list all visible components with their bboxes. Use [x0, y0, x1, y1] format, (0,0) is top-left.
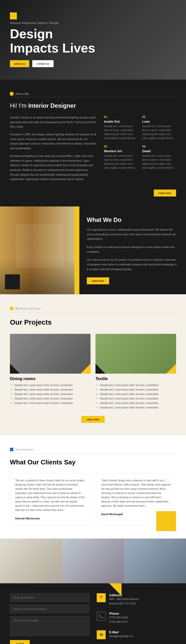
testimonials-label-wrapper: Testimonials: [10, 448, 176, 451]
project-yellow-triangle-1: [166, 364, 176, 374]
project-image-1: [95, 334, 176, 374]
project-list-item: Sample text. Lorem ipsum dolor sit amet,…: [100, 388, 176, 392]
about-right-column: 01 Inside Out Sample text. Lorem ipsum d…: [104, 115, 176, 184]
wwd-yellow-bar: [74, 206, 79, 294]
contact-info-text-2: E-Mail info@jessdesign.ca: [109, 630, 133, 638]
testimonial-card-1: "We are so grateful to have chosen Hatch…: [10, 473, 90, 526]
projects-label-wrapper: Minimal and Easy: [10, 307, 176, 310]
feature-text-0: Sample text. Lorem ipsum dolor sit amet,…: [104, 124, 138, 140]
testimonials-label-text: Testimonials: [15, 448, 33, 451]
about-read-more-button[interactable]: read more: [154, 190, 176, 196]
contact-icon-1: 📞: [97, 612, 106, 620]
wwd-content: What We Do Our approach is curious, coll…: [79, 206, 186, 294]
about-para3: Architectural lighting is more than just…: [10, 154, 96, 182]
project-list-item: Sample text. Lorem ipsum dolor sit amet,…: [14, 392, 91, 396]
project-list-item: Sample text. Lorem ipsum dolor sit amet,…: [14, 383, 91, 388]
gallery-section: [0, 538, 186, 583]
about-left-column: Jessika's Studio is an award winning arc…: [10, 115, 96, 184]
projects-section: Minimal and Easy Our Projects Dining roo…: [0, 294, 186, 435]
contact-info-item-0: 📍 Address 405 – 460 Doyle AvenueKelowna …: [97, 593, 176, 606]
about-grid: Jessika's Studio is an award winning arc…: [10, 115, 176, 184]
feature-text-1: Sample text. Lorem ipsum dolor sit amet,…: [142, 124, 176, 140]
about-label-text: About Me: [15, 92, 29, 95]
wwd-heading: What We Do: [87, 216, 179, 223]
feature-num-0: 01: [104, 115, 138, 119]
hero-content: Jessica Helperson Interior Design Design…: [10, 12, 176, 67]
project-card-0: Dining rooms Sample text. Lorem ipsum do…: [10, 334, 91, 410]
project-black-triangle-1: [95, 364, 105, 374]
contact-info-label-2: E-Mail: [109, 630, 133, 634]
about-label-square: [10, 92, 13, 96]
project-list-item: Sample text. Lorem ipsum dolor sit amet,…: [14, 396, 91, 401]
feature-text-2: Sample text. Lorem ipsum dolor sit amet,…: [104, 154, 138, 170]
feature-item-1: 02 Luxe Sample text. Lorem ipsum dolor s…: [142, 115, 176, 140]
project-list-item: Sample text. Lorem ipsum dolor sit amet,…: [100, 406, 176, 410]
wwd-image: [0, 206, 79, 294]
project-list-item: Sample text. Lorem ipsum dolor sit amet,…: [100, 383, 176, 388]
about-divider: [10, 97, 176, 97]
project-list-0: Sample text. Lorem ipsum dolor sit amet,…: [10, 383, 91, 406]
feature-num-1: 02: [142, 115, 176, 119]
testimonials-heading-plain: What Our: [10, 458, 41, 466]
projects-divider: [10, 312, 176, 312]
feature-title-1: Luxe: [142, 120, 176, 124]
hero-title-line2: Impacts Lives: [10, 41, 95, 55]
hero-title-line1: Design: [10, 26, 53, 41]
wwd-read-more-button[interactable]: read more: [87, 277, 109, 284]
testimonial-text-2: "Hatch Interior Design was a pleasure to…: [101, 478, 171, 508]
view-more-button[interactable]: view more: [81, 416, 105, 423]
feature-item-0: 01 Inside Out Sample text. Lorem ipsum d…: [104, 115, 138, 140]
testimonials-heading-bold: Clients Say: [41, 458, 75, 466]
projects-label-square: [10, 307, 13, 310]
contact-info-value-2: info@jessdesign.ca: [109, 634, 133, 638]
project-list-1: Sample text. Lorem ipsum dolor sit amet,…: [95, 383, 176, 410]
contact-yellow-triangle: [109, 583, 121, 596]
about-para1: Jessika's Studio is an award winning arc…: [10, 115, 96, 129]
contact-info-area: 📍 Address 405 – 460 Doyle AvenueKelowna …: [97, 593, 176, 644]
about-heading-bold: Interior Designer: [28, 102, 76, 109]
project-list-item: Sample text. Lorem ipsum dolor sit amet,…: [100, 392, 176, 396]
testimonials-yellow-deco: [156, 511, 176, 531]
testimonials-section: Testimonials What Our Clients Say "We ar…: [0, 435, 186, 538]
project-list-item: Sample text. Lorem ipsum dolor sit amet,…: [14, 388, 91, 392]
about-label-wrapper: About Me: [10, 92, 176, 96]
contact-email-input[interactable]: [10, 605, 89, 613]
feature-text-3: Sample text. Lorem ipsum dolor sit amet,…: [142, 154, 176, 170]
contact-icon-2: ✉: [97, 630, 106, 639]
contact-info-value-1: (778) 456-4416(778) 456-4177: [109, 616, 128, 624]
wwd-heading-bold: We Do: [103, 216, 121, 223]
project-black-triangle-0: [10, 364, 20, 374]
contact-info-value-0: 405 – 460 Doyle AvenueKelowna BC V1Y 6C3: [109, 597, 139, 606]
feature-title-2: Western Art: [104, 149, 138, 153]
about-section: About Me Hi! I'm Interior Designer Jessi…: [0, 80, 186, 206]
contact-message-input[interactable]: [10, 616, 89, 636]
gallery-image-3: [124, 538, 186, 583]
testimonials-divider: [10, 453, 176, 454]
contact-form-area: submit: [10, 593, 97, 644]
contact-us-button[interactable]: contact us: [32, 60, 54, 67]
project-list-item: Sample text. Lorem ipsum dolor sit amet,…: [100, 396, 176, 401]
wwd-heading-plain: What: [87, 216, 103, 223]
about-heading-plain: Hi! I'm: [10, 102, 28, 109]
logo-square: [10, 12, 17, 20]
project-list-item: Sample text. Lorem ipsum dolor sit amet,…: [14, 401, 91, 406]
testimonial-text-1: "We are so grateful to have chosen Hatch…: [15, 478, 85, 512]
projects-heading: Our Projects: [10, 318, 176, 326]
projects-label-text: Minimal and Easy: [15, 307, 41, 310]
contact-section: submit 📍 Address 405 – 460 Doyle AvenueK…: [0, 583, 186, 644]
contact-name-input[interactable]: [10, 593, 89, 602]
submit-button[interactable]: submit: [10, 640, 30, 644]
wwd-text2: Every project is a discovery process des…: [87, 245, 179, 254]
project-title-0: Dining rooms: [10, 376, 91, 381]
gallery-image-1: [0, 538, 62, 583]
testimonials-label-square: [10, 448, 13, 451]
about-us-button[interactable]: about us: [10, 60, 29, 67]
hero-title: Design Impacts Lives: [10, 27, 176, 55]
feature-num-3: 04: [142, 145, 176, 148]
about-heading: Hi! I'm Interior Designer: [10, 102, 176, 109]
wwd-black-square: [5, 274, 20, 289]
hero-buttons: about us contact us: [10, 60, 176, 67]
contact-info-label-1: Phone: [109, 612, 128, 616]
contact-info-item-2: ✉ E-Mail info@jessdesign.ca: [97, 630, 176, 639]
contact-info-text-1: Phone (778) 456-4416(778) 456-4177: [109, 612, 128, 624]
